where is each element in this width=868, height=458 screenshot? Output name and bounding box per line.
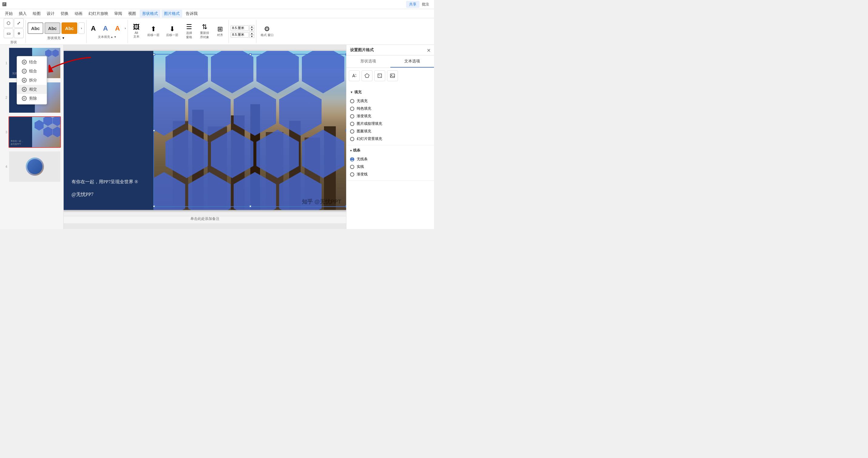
width-up-btn[interactable]: ▲ [249,32,254,35]
menu-draw[interactable]: 绘图 [30,10,43,18]
intersect-icon: ⊗ [22,87,27,92]
shape-style-more[interactable]: › [79,23,85,34]
text-fill-label[interactable]: 文本填充 [98,35,110,39]
front-layer-icon: ⬆ [151,26,156,32]
format-window-group: ⚙ 格式 窗口 [256,20,278,43]
height-input[interactable] [230,26,249,31]
text-fill-underline-icon: ▲ [111,35,113,38]
shape-style-btn-3[interactable]: Abc [62,23,77,34]
dropdown-item-fragment[interactable]: ⊗ 拆分 [17,76,47,85]
dropdown-item-subtract[interactable]: ⊖ 剪除 [17,94,47,103]
menu-review[interactable]: 审阅 [112,10,125,18]
panel-tab-shape[interactable]: 形状选项 [346,56,390,68]
menu-transition[interactable]: 切换 [58,10,71,18]
line-option-solid[interactable]: 实线 [350,163,430,170]
select-window-btn[interactable]: ☰ 选择 窗格 [182,23,196,41]
slide-right-panel [153,51,346,210]
width-down-btn[interactable]: ▼ [249,35,254,38]
slide-4-wrapper: 4 [2,151,61,182]
comment-button[interactable]: 批注 [420,1,432,8]
width-input[interactable] [230,32,249,38]
menu-shape-format[interactable]: 形状格式 [140,10,160,18]
slide-4-number: 4 [2,165,7,168]
fill-option-pattern[interactable]: 图案填充 [350,128,430,135]
svg-line-0 [355,74,356,75]
front-layer-btn[interactable]: ⬆ 前移一层 [145,25,162,38]
menu-tell-me[interactable]: 告诉我 [183,10,200,18]
merge-shape-dropdown: ⊕ 结合 ⊙ 组合 ⊗ 拆分 ⊗ 相交 ⊖ 剪除 [17,56,47,104]
height-up-btn[interactable]: ▲ [249,25,254,28]
line-section-title[interactable]: ● 线条 [350,148,430,153]
fill-option-solid[interactable]: 纯色填充 [350,105,430,112]
menu-design[interactable]: 设计 [44,10,57,18]
alt-text-btn[interactable]: 🖼 Alt 文本 [130,23,143,40]
text-fill-more[interactable]: › [125,27,126,30]
line-option-none[interactable]: 无线条 [350,155,430,163]
slide-canvas: 有你在一起，用PP7呈现全世界 ® @无忧PP7 [64,51,346,210]
menubar: 开始 插入 绘图 设计 切换 动画 幻灯片放映 审阅 视图 形状格式 图片格式 … [0,9,434,18]
ribbon: ⬡ ▭ ⤢ ⚙ 形状 Abc Abc Abc › 形状填充 ▼ A A A › [0,18,434,45]
pentagon-icon-btn[interactable] [362,70,372,81]
fill-section-title[interactable]: ▼ 填充 [350,90,430,95]
shape-style-btn-2[interactable]: Abc [44,23,60,34]
slide-3-wrapper: 3 有你在一起， @无忧PP7 [2,116,61,148]
reorder-btn[interactable]: ⇅ 重新排 序对象 [197,23,212,41]
shape-icon-2[interactable]: ▭ [4,29,13,38]
menu-start[interactable]: 开始 [2,10,15,18]
panel-tab-text[interactable]: 文本选项 [390,56,434,68]
svg-marker-1 [365,74,369,77]
shape-icon-4[interactable]: ⚙ [14,29,24,38]
shape-icon-3[interactable]: ⤢ [14,18,24,28]
shape-label: 形状 [10,40,17,44]
text-style-black[interactable]: A [89,24,98,33]
menu-view[interactable]: 视图 [126,10,138,18]
menu-animation[interactable]: 动画 [72,10,85,18]
radio-line-gradient [350,172,354,176]
height-down-btn[interactable]: ▼ [249,28,254,31]
slide-thumb-3[interactable]: 有你在一起， @无忧PP7 [8,116,61,148]
back-layer-btn[interactable]: ⬇ 后移一层 [164,25,181,38]
dropdown-item-intersect[interactable]: ⊗ 相交 [17,85,47,94]
status-bar: 单击此处添加备注 [64,216,346,223]
shape-tool-group: ⬡ ▭ ⤢ ⚙ 形状 [2,20,26,43]
app-logo: 🅿 [2,2,6,7]
fill-icon-btn[interactable] [349,70,360,81]
crop-icon-btn[interactable] [374,70,385,81]
shape-style-btn-1[interactable]: Abc [28,23,43,34]
note-placeholder[interactable]: 单击此处添加备注 [190,216,219,222]
menu-insert[interactable]: 插入 [17,10,29,18]
fragment-icon: ⊗ [22,78,27,83]
shape-fill-arrow[interactable]: ▼ [62,36,65,40]
shape-fill-btn[interactable]: 形状填充 [47,36,61,40]
slide-thumb-4[interactable] [8,151,61,182]
fill-option-none[interactable]: 无填充 [350,97,430,105]
dropdown-item-combine[interactable]: ⊕ 结合 [17,58,47,67]
fill-option-gradient[interactable]: 渐变填充 [350,112,430,120]
slide-sub-text: @无忧PP7 [71,191,144,198]
fill-option-picture[interactable]: 图片或纹理填充 [350,120,430,128]
select-window-label: 选择 窗格 [186,31,192,39]
radio-solid [350,107,354,111]
text-style-orange[interactable]: A [113,24,122,33]
menu-slideshow[interactable]: 幻灯片放映 [86,10,111,18]
dropdown-item-union[interactable]: ⊙ 组合 [17,67,47,76]
fill-option-slide-bg[interactable]: 幻灯片背景填充 [350,135,430,143]
menu-picture-format[interactable]: 图片格式 [161,10,182,18]
panel-title: 设置图片格式 [350,47,374,53]
back-layer-label: 后移一层 [166,33,178,37]
top-bar: 🅿 共享 批注 [0,0,434,9]
canvas-scrollbar[interactable] [64,211,346,216]
text-style-blue[interactable]: A [101,24,110,33]
format-window-btn[interactable]: ⚙ 格式 窗口 [258,25,276,38]
slide-2-number: 2 [2,96,7,99]
size-control-group: ▲ ▼ ▲ ▼ [229,20,256,43]
line-chevron-icon: ● [350,149,352,152]
text-fill-arrow[interactable]: ▼ [114,35,117,38]
share-button[interactable]: 共享 [406,1,420,8]
text-fill-group: A A A › 文本填充 ▲ ▼ [87,20,128,43]
line-option-gradient[interactable]: 渐变线 [350,170,430,178]
shape-icon-1[interactable]: ⬡ [4,18,13,28]
panel-close-btn[interactable]: ✕ [426,47,432,53]
picture-icon-btn[interactable] [387,70,398,81]
align-btn[interactable]: ⊞ 对齐 [213,25,227,38]
